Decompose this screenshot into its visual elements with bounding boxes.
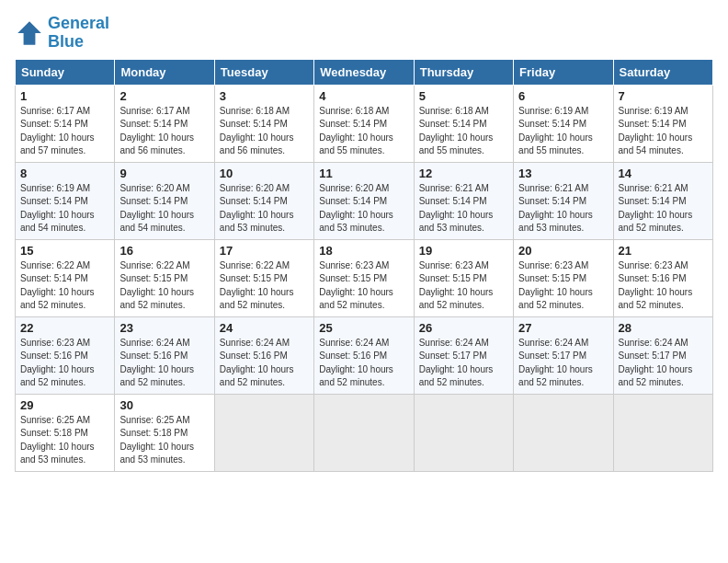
calendar-cell: 13Sunrise: 6:21 AM Sunset: 5:14 PM Dayli…	[514, 162, 613, 239]
calendar-cell: 1Sunrise: 6:17 AM Sunset: 5:14 PM Daylig…	[16, 85, 115, 162]
day-info: Sunrise: 6:25 AM Sunset: 5:18 PM Dayligh…	[119, 414, 209, 467]
day-info: Sunrise: 6:23 AM Sunset: 5:15 PM Dayligh…	[419, 259, 508, 313]
day-info: Sunrise: 6:23 AM Sunset: 5:16 PM Dayligh…	[20, 337, 109, 390]
day-info: Sunrise: 6:24 AM Sunset: 5:17 PM Dayligh…	[419, 337, 508, 390]
day-number: 7	[619, 89, 708, 103]
day-info: Sunrise: 6:22 AM Sunset: 5:15 PM Dayligh…	[119, 259, 209, 313]
calendar-cell: 18Sunrise: 6:23 AM Sunset: 5:15 PM Dayli…	[314, 239, 414, 316]
calendar-cell: 2Sunrise: 6:17 AM Sunset: 5:14 PM Daylig…	[115, 85, 214, 162]
day-info: Sunrise: 6:19 AM Sunset: 5:14 PM Dayligh…	[518, 105, 608, 158]
day-info: Sunrise: 6:23 AM Sunset: 5:16 PM Dayligh…	[619, 259, 708, 313]
logo-icon	[15, 18, 44, 48]
calendar-week-4: 22Sunrise: 6:23 AM Sunset: 5:16 PM Dayli…	[16, 316, 713, 394]
day-info: Sunrise: 6:19 AM Sunset: 5:14 PM Dayligh…	[619, 105, 708, 158]
calendar-cell: 11Sunrise: 6:20 AM Sunset: 5:14 PM Dayli…	[314, 162, 414, 239]
calendar-cell: 19Sunrise: 6:23 AM Sunset: 5:15 PM Dayli…	[414, 239, 513, 316]
header-cell-monday: Monday	[115, 59, 214, 85]
calendar-cell: 9Sunrise: 6:20 AM Sunset: 5:14 PM Daylig…	[115, 162, 214, 239]
day-number: 8	[20, 167, 109, 180]
calendar-cell: 7Sunrise: 6:19 AM Sunset: 5:14 PM Daylig…	[613, 85, 712, 162]
calendar-week-1: 1Sunrise: 6:17 AM Sunset: 5:14 PM Daylig…	[16, 85, 713, 162]
day-info: Sunrise: 6:17 AM Sunset: 5:14 PM Dayligh…	[20, 105, 109, 158]
day-number: 25	[319, 321, 408, 335]
calendar-body: 1Sunrise: 6:17 AM Sunset: 5:14 PM Daylig…	[16, 85, 713, 471]
day-number: 19	[419, 244, 508, 258]
calendar-cell: 6Sunrise: 6:19 AM Sunset: 5:14 PM Daylig…	[514, 85, 613, 162]
day-info: Sunrise: 6:22 AM Sunset: 5:15 PM Dayligh…	[220, 259, 309, 313]
day-info: Sunrise: 6:18 AM Sunset: 5:14 PM Dayligh…	[319, 105, 408, 158]
day-info: Sunrise: 6:24 AM Sunset: 5:16 PM Dayligh…	[220, 337, 309, 390]
day-number: 10	[220, 167, 309, 180]
day-number: 21	[619, 244, 708, 258]
day-info: Sunrise: 6:20 AM Sunset: 5:14 PM Dayligh…	[220, 182, 309, 236]
day-number: 9	[119, 167, 209, 180]
day-number: 17	[220, 244, 309, 258]
calendar-cell: 14Sunrise: 6:21 AM Sunset: 5:14 PM Dayli…	[613, 162, 712, 239]
header-cell-saturday: Saturday	[613, 59, 712, 85]
calendar-cell: 3Sunrise: 6:18 AM Sunset: 5:14 PM Daylig…	[214, 85, 313, 162]
day-number: 11	[319, 167, 408, 180]
calendar-cell: 24Sunrise: 6:24 AM Sunset: 5:16 PM Dayli…	[214, 316, 313, 394]
calendar-cell: 12Sunrise: 6:21 AM Sunset: 5:14 PM Dayli…	[414, 162, 513, 239]
day-info: Sunrise: 6:18 AM Sunset: 5:14 PM Dayligh…	[220, 105, 309, 158]
svg-marker-0	[17, 21, 41, 45]
day-info: Sunrise: 6:23 AM Sunset: 5:15 PM Dayligh…	[518, 259, 608, 313]
header: General Blue	[15, 15, 713, 52]
day-info: Sunrise: 6:18 AM Sunset: 5:14 PM Dayligh…	[419, 105, 508, 158]
day-info: Sunrise: 6:24 AM Sunset: 5:16 PM Dayligh…	[119, 337, 209, 390]
calendar-cell	[414, 394, 513, 471]
day-info: Sunrise: 6:22 AM Sunset: 5:14 PM Dayligh…	[20, 259, 109, 313]
calendar-cell	[514, 394, 613, 471]
day-info: Sunrise: 6:19 AM Sunset: 5:14 PM Dayligh…	[20, 182, 109, 236]
day-number: 6	[518, 89, 608, 103]
day-info: Sunrise: 6:21 AM Sunset: 5:14 PM Dayligh…	[518, 182, 608, 236]
calendar-cell: 10Sunrise: 6:20 AM Sunset: 5:14 PM Dayli…	[214, 162, 313, 239]
calendar-cell: 4Sunrise: 6:18 AM Sunset: 5:14 PM Daylig…	[314, 85, 414, 162]
calendar-cell: 5Sunrise: 6:18 AM Sunset: 5:14 PM Daylig…	[414, 85, 513, 162]
day-number: 2	[119, 89, 209, 103]
calendar-cell: 21Sunrise: 6:23 AM Sunset: 5:16 PM Dayli…	[613, 239, 712, 316]
logo-text: General Blue	[48, 15, 109, 52]
header-cell-sunday: Sunday	[16, 59, 115, 85]
day-number: 4	[319, 89, 408, 103]
day-info: Sunrise: 6:24 AM Sunset: 5:17 PM Dayligh…	[619, 337, 708, 390]
day-info: Sunrise: 6:24 AM Sunset: 5:17 PM Dayligh…	[518, 337, 608, 390]
calendar-cell: 15Sunrise: 6:22 AM Sunset: 5:14 PM Dayli…	[16, 239, 115, 316]
calendar-cell: 26Sunrise: 6:24 AM Sunset: 5:17 PM Dayli…	[414, 316, 513, 394]
day-number: 30	[119, 398, 209, 412]
calendar-cell: 22Sunrise: 6:23 AM Sunset: 5:16 PM Dayli…	[16, 316, 115, 394]
header-cell-thursday: Thursday	[414, 59, 513, 85]
day-info: Sunrise: 6:21 AM Sunset: 5:14 PM Dayligh…	[419, 182, 508, 236]
calendar-cell: 29Sunrise: 6:25 AM Sunset: 5:18 PM Dayli…	[16, 394, 115, 471]
calendar-cell: 23Sunrise: 6:24 AM Sunset: 5:16 PM Dayli…	[115, 316, 214, 394]
day-number: 28	[619, 321, 708, 335]
day-number: 26	[419, 321, 508, 335]
day-number: 23	[119, 321, 209, 335]
day-number: 15	[20, 244, 109, 258]
calendar-cell: 25Sunrise: 6:24 AM Sunset: 5:16 PM Dayli…	[314, 316, 414, 394]
day-info: Sunrise: 6:21 AM Sunset: 5:14 PM Dayligh…	[619, 182, 708, 236]
day-number: 22	[20, 321, 109, 335]
calendar-cell: 17Sunrise: 6:22 AM Sunset: 5:15 PM Dayli…	[214, 239, 313, 316]
calendar-cell	[214, 394, 313, 471]
day-number: 16	[119, 244, 209, 258]
calendar-week-5: 29Sunrise: 6:25 AM Sunset: 5:18 PM Dayli…	[16, 394, 713, 471]
day-number: 13	[518, 167, 608, 180]
day-number: 24	[220, 321, 309, 335]
calendar-cell: 28Sunrise: 6:24 AM Sunset: 5:17 PM Dayli…	[613, 316, 712, 394]
header-cell-friday: Friday	[514, 59, 613, 85]
header-cell-wednesday: Wednesday	[314, 59, 414, 85]
day-number: 20	[518, 244, 608, 258]
day-info: Sunrise: 6:24 AM Sunset: 5:16 PM Dayligh…	[319, 337, 408, 390]
day-info: Sunrise: 6:20 AM Sunset: 5:14 PM Dayligh…	[319, 182, 408, 236]
day-number: 3	[220, 89, 309, 103]
calendar-cell	[314, 394, 414, 471]
calendar-week-3: 15Sunrise: 6:22 AM Sunset: 5:14 PM Dayli…	[16, 239, 713, 316]
day-info: Sunrise: 6:17 AM Sunset: 5:14 PM Dayligh…	[119, 105, 209, 158]
calendar-cell: 8Sunrise: 6:19 AM Sunset: 5:14 PM Daylig…	[16, 162, 115, 239]
calendar-cell: 30Sunrise: 6:25 AM Sunset: 5:18 PM Dayli…	[115, 394, 214, 471]
day-info: Sunrise: 6:23 AM Sunset: 5:15 PM Dayligh…	[319, 259, 408, 313]
day-number: 27	[518, 321, 608, 335]
calendar-cell: 16Sunrise: 6:22 AM Sunset: 5:15 PM Dayli…	[115, 239, 214, 316]
day-info: Sunrise: 6:25 AM Sunset: 5:18 PM Dayligh…	[20, 414, 109, 467]
